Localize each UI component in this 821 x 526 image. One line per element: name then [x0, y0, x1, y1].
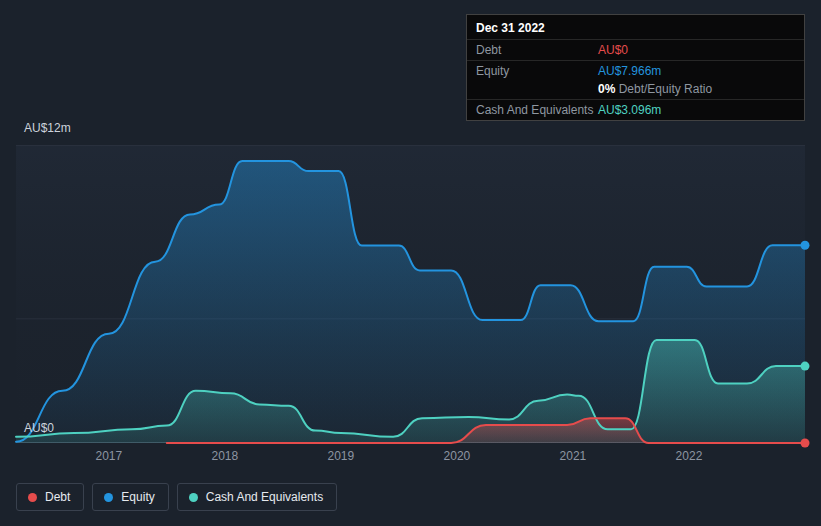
debt-series-dot-icon [28, 493, 37, 502]
x-tick-label: 2017 [95, 449, 122, 463]
x-tick-label: 2022 [676, 449, 703, 463]
tooltip-ratio-spacer [467, 81, 598, 97]
debt-endpoint-dot [801, 439, 810, 448]
tooltip-date: Dec 31 2022 [467, 15, 804, 39]
cash-and-equivalents-endpoint-dot [801, 362, 810, 371]
equity-series-dot-icon [104, 493, 113, 502]
legend-item[interactable]: Debt [16, 483, 84, 511]
tooltip-row-debt: Debt AU$0 [467, 39, 804, 60]
tooltip-debt-value: AU$0 [598, 42, 628, 58]
tooltip-cash-value: AU$3.096m [598, 102, 661, 118]
debt-equity-history-chart: Dec 31 2022 Debt AU$0 Equity AU$7.966m 0… [0, 0, 821, 526]
legend-item-label: Debt [45, 490, 70, 504]
chart-tooltip: Dec 31 2022 Debt AU$0 Equity AU$7.966m 0… [466, 14, 805, 121]
tooltip-equity-label: Equity [467, 63, 598, 79]
chart-svg [16, 145, 805, 443]
tooltip-equity-value: AU$7.966m [598, 63, 661, 79]
equity-endpoint-dot [801, 241, 810, 250]
tooltip-ratio-value: 0% [598, 82, 615, 96]
y-axis-label-max: AU$12m [24, 121, 71, 135]
tooltip-cash-label: Cash And Equivalents [467, 102, 598, 118]
x-tick-label: 2018 [211, 449, 238, 463]
legend-item-label: Cash And Equivalents [206, 490, 323, 504]
cash-series-dot-icon [189, 493, 198, 502]
legend-item-label: Equity [121, 490, 154, 504]
tooltip-row-equity: Equity AU$7.966m [467, 60, 804, 81]
x-tick-label: 2019 [328, 449, 355, 463]
tooltip-row-ratio: 0% Debt/Equity Ratio [467, 81, 804, 99]
x-tick-label: 2020 [444, 449, 471, 463]
tooltip-ratio: 0% Debt/Equity Ratio [598, 81, 712, 97]
x-tick-label: 2021 [560, 449, 587, 463]
tooltip-row-cash: Cash And Equivalents AU$3.096m [467, 99, 804, 120]
y-axis-label-min: AU$0 [24, 421, 54, 435]
chart-plot-area[interactable] [16, 145, 805, 443]
legend-item[interactable]: Cash And Equivalents [177, 483, 337, 511]
tooltip-debt-label: Debt [467, 42, 598, 58]
x-axis: 201720182019202020212022 [16, 449, 805, 464]
tooltip-ratio-label: Debt/Equity Ratio [619, 82, 712, 96]
legend-item[interactable]: Equity [92, 483, 168, 511]
chart-legend: Debt Equity Cash And Equivalents [16, 483, 337, 511]
